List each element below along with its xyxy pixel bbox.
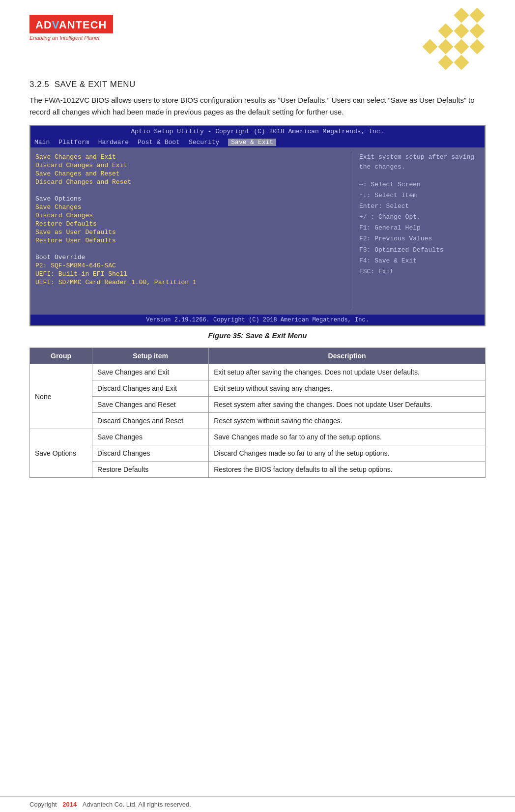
logo-area: ADVANTECH Enabling an Intelligent Planet <box>29 15 113 41</box>
bios-item-save-user-defaults: Save as User Defaults <box>35 229 342 236</box>
bios-item-discard-exit: Discard Changes and Exit <box>35 162 342 169</box>
group-none: None <box>30 364 92 429</box>
desc-restore-defaults: Restores the BIOS factory defaults to al… <box>209 462 486 478</box>
bios-menu-postboot: Post & Boot <box>138 139 180 146</box>
bios-nav-f3: F3: Optimized Defaults <box>359 245 480 256</box>
desc-discard-exit: Exit setup without saving any changes. <box>209 380 486 397</box>
bios-nav-enter: Enter: Select <box>359 201 480 212</box>
setup-item-discard-reset: Discard Changes and Reset <box>92 413 209 429</box>
bios-screen: Aptio Setup Utility - Copyright (C) 2018… <box>29 125 486 326</box>
logo-sub: Enabling an Intelligent Planet <box>29 35 113 41</box>
logo-text: ADVANTECH <box>35 19 107 31</box>
bios-item-discard-changes: Discard Changes <box>35 212 342 219</box>
col-setup-item: Setup item <box>92 348 209 364</box>
bios-nav-screen: ↔: Select Screen <box>359 179 480 190</box>
bios-left-panel: Save Changes and Exit Discard Changes an… <box>35 152 342 310</box>
bios-nav-f1: F1: General Help <box>359 223 480 233</box>
section-heading: 3.2.5 Save & Exit Menu <box>29 80 486 89</box>
table-header-row: Group Setup item Description <box>30 348 486 364</box>
figure-caption: Figure 35: Save & Exit Menu <box>29 331 486 340</box>
bios-help-text: Exit system setup after saving the chang… <box>359 152 480 172</box>
bios-nav-f2: F2: Previous Values <box>359 233 480 244</box>
desc-save-exit: Exit setup after saving the changes. Doe… <box>209 364 486 380</box>
table-row: Restore Defaults Restores the BIOS facto… <box>30 462 486 478</box>
bios-menu-main: Main <box>34 139 50 146</box>
bios-spacer-1 <box>35 187 342 194</box>
table-row: None Save Changes and Exit Exit setup af… <box>30 364 486 380</box>
bios-item-restore-user-defaults: Restore User Defaults <box>35 237 342 244</box>
footer-prefix: Copyright <box>29 801 57 808</box>
bios-item-restore-defaults: Restore Defaults <box>35 220 342 228</box>
table-row: Discard Changes Discard Changes made so … <box>30 445 486 462</box>
desc-discard-changes: Discard Changes made so far to any of th… <box>209 445 486 462</box>
bios-item-p2: P2: SQF-SM8M4-64G-SAC <box>35 262 342 269</box>
setup-item-discard-exit: Discard Changes and Exit <box>92 380 209 397</box>
desc-discard-reset: Reset system without saving the changes. <box>209 413 486 429</box>
bios-item-save-reset: Save Changes and Reset <box>35 170 342 177</box>
col-description: Description <box>209 348 486 364</box>
setup-item-save-reset: Save Changes and Reset <box>92 397 209 413</box>
bios-right-panel: Exit system setup after saving the chang… <box>352 152 480 310</box>
bios-item-boot-override: Boot Override <box>35 254 342 261</box>
bios-item-uefi-sdmmc: UEFI: SD/MMC Card Reader 1.00, Partition… <box>35 279 342 286</box>
bios-nav-f4: F4: Save & Exit <box>359 256 480 266</box>
group-save-options: Save Options <box>30 429 92 478</box>
bios-item-save-exit: Save Changes and Exit <box>35 153 342 161</box>
bios-footer: Version 2.19.1266. Copyright (C) 2018 Am… <box>30 315 485 325</box>
setup-item-save-changes: Save Changes <box>92 429 209 445</box>
bios-item-save-changes: Save Changes <box>35 203 342 211</box>
bios-menu-bar: Main Platform Hardware Post & Boot Secur… <box>30 137 485 147</box>
bios-nav-item: ↑↓: Select Item <box>359 190 480 201</box>
bios-title-bar: Aptio Setup Utility - Copyright (C) 2018… <box>30 126 485 137</box>
table-row: Save Options Save Changes Save Changes m… <box>30 429 486 445</box>
logo-box: ADVANTECH <box>29 15 113 33</box>
setup-item-restore-defaults: Restore Defaults <box>92 462 209 478</box>
bios-item-discard-reset: Discard Changes and Reset <box>35 178 342 186</box>
bios-menu-security: Security <box>189 139 219 146</box>
footer-year: 2014 <box>62 801 77 808</box>
bios-nav-help: ↔: Select Screen ↑↓: Select Item Enter: … <box>359 179 480 277</box>
bios-item-uefi-shell: UEFI: Built-in EFI Shell <box>35 270 342 278</box>
intro-text: The FWA-1012VC BIOS allows users to stor… <box>29 94 486 118</box>
setup-item-save-exit: Save Changes and Exit <box>92 364 209 380</box>
table-row: Discard Changes and Exit Exit setup with… <box>30 380 486 397</box>
desc-save-reset: Reset system after saving the changes. D… <box>209 397 486 413</box>
bios-menu-hardware: Hardware <box>98 139 129 146</box>
bios-item-save-options: Save Options <box>35 195 342 203</box>
page-header: ADVANTECH Enabling an Intelligent Planet <box>29 15 486 71</box>
bios-menu-platform: Platform <box>58 139 89 146</box>
bios-content: Save Changes and Exit Discard Changes an… <box>30 147 485 315</box>
col-group: Group <box>30 348 92 364</box>
setup-table: Group Setup item Description None Save C… <box>29 348 486 478</box>
bios-nav-change: +/-: Change Opt. <box>359 212 480 223</box>
bios-spacer-2 <box>35 245 342 253</box>
table-row: Discard Changes and Reset Reset system w… <box>30 413 486 429</box>
page-footer: Copyright 2014 Advantech Co. Ltd. All ri… <box>0 796 515 812</box>
bios-nav-esc: ESC: Exit <box>359 266 480 277</box>
bios-menu-saveexit: Save & Exit <box>228 139 276 146</box>
setup-item-discard-changes: Discard Changes <box>92 445 209 462</box>
diamond-decoration <box>425 10 486 71</box>
footer-suffix: Advantech Co. Ltd. All rights reserved. <box>83 801 191 808</box>
desc-save-changes: Save Changes made so far to any of the s… <box>209 429 486 445</box>
table-row: Save Changes and Reset Reset system afte… <box>30 397 486 413</box>
